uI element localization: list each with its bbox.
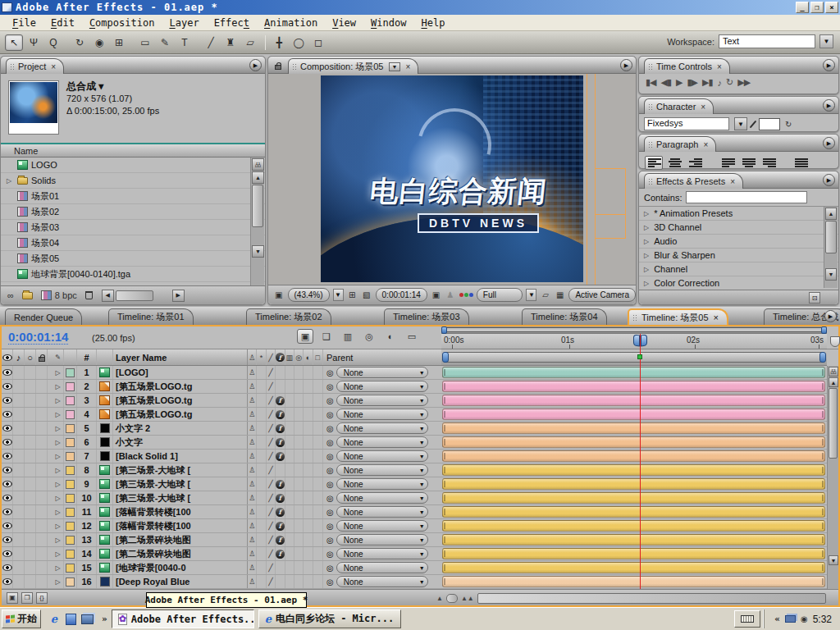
language-bar[interactable] — [734, 610, 760, 628]
layer-switches[interactable]: ♙╱ — [248, 380, 323, 393]
transparency-grid-icon[interactable]: ▦ — [555, 290, 566, 299]
effects-category[interactable]: ▷* Animation Presets — [639, 207, 838, 221]
pickwhip-icon[interactable]: ◎ — [326, 564, 334, 573]
layer-row[interactable]: ▷13[第二场景碎块地图♙╱f◎None▼ — [2, 533, 441, 547]
expand-triangle-icon[interactable]: ▷ — [52, 533, 64, 546]
layer-name[interactable]: [第五场景LOGO.tg — [113, 408, 248, 421]
pickwhip-icon[interactable]: ◎ — [326, 536, 334, 545]
parent-dropdown[interactable]: None▼ — [336, 534, 428, 546]
layer-track[interactable] — [441, 422, 827, 436]
shy-toggle[interactable]: ♙ — [248, 505, 257, 518]
expand-in-out-icon[interactable]: {} — [36, 592, 48, 604]
justify-last-left-button[interactable] — [719, 156, 737, 170]
audio-toggle[interactable] — [13, 463, 25, 477]
quality-toggle[interactable]: ╱ — [267, 505, 276, 518]
font-dropdown-icon[interactable]: ▼ — [734, 117, 747, 130]
solo-toggle[interactable] — [25, 533, 36, 546]
solo-toggle[interactable] — [25, 561, 36, 574]
frame-forward-button[interactable]: ▮▶ — [687, 77, 698, 88]
shy-toggle[interactable]: ♙ — [248, 519, 257, 532]
expand-triangle-icon[interactable]: ▷ — [52, 463, 64, 477]
shy-toggle[interactable]: ♙ — [248, 463, 257, 477]
video-toggle-icon[interactable] — [2, 366, 13, 379]
new-preset-icon[interactable]: ⊡ — [809, 292, 820, 304]
pickwhip-icon[interactable]: ◎ — [326, 550, 334, 559]
composition-tab[interactable]: Composition: 场景05 ▼ × — [288, 58, 418, 74]
justify-last-center-button[interactable] — [740, 156, 758, 170]
justify-last-right-button[interactable] — [761, 156, 779, 170]
solo-toggle[interactable] — [25, 422, 36, 435]
layer-track[interactable] — [441, 463, 827, 477]
align-right-button[interactable] — [687, 156, 705, 170]
layer-switches[interactable]: ♙╱f — [248, 436, 323, 449]
contains-input[interactable] — [686, 191, 807, 203]
solo-toggle[interactable] — [25, 366, 36, 379]
timeline-tab-6[interactable]: Timeline: 场景05× — [628, 308, 728, 325]
video-toggle-icon[interactable] — [2, 491, 13, 504]
video-toggle-icon[interactable] — [2, 408, 13, 421]
snapshot-icon[interactable]: ▣ — [431, 290, 442, 299]
project-bit-depth[interactable]: 8 bpc — [41, 290, 77, 300]
video-toggle-icon[interactable] — [2, 561, 13, 574]
quicklaunch-mail-icon[interactable] — [66, 614, 76, 625]
lock-toggle[interactable] — [36, 491, 48, 504]
close-icon[interactable]: × — [405, 62, 410, 71]
audio-toggle[interactable] — [13, 408, 25, 421]
shy-toggle[interactable]: ♙ — [248, 366, 257, 379]
audio-toggle[interactable] — [13, 477, 25, 491]
quality-toggle[interactable]: ╱ — [267, 394, 276, 407]
lock-toggle[interactable] — [36, 380, 48, 393]
shy-toggle[interactable]: ♙ — [248, 436, 257, 449]
parent-dropdown[interactable]: None▼ — [336, 367, 428, 378]
solo-toggle[interactable] — [25, 408, 36, 421]
expand-layer-switches-icon[interactable]: ▣ — [7, 592, 18, 604]
layer-name[interactable]: [第五场景LOGO.tg — [113, 394, 248, 407]
parent-dropdown[interactable]: None▼ — [336, 450, 428, 462]
layer-name[interactable]: [第五场景LOGO.tg — [113, 380, 248, 393]
clone-stamp-tool[interactable]: ♜ — [221, 34, 240, 51]
video-toggle-icon[interactable] — [2, 533, 13, 546]
ram-preview-button[interactable]: ▶▶ — [737, 77, 750, 88]
taskbar-task-2[interactable]: e电白同乡论坛 - Micr... — [258, 609, 401, 628]
layer-switches[interactable]: ♙╱f — [248, 533, 323, 546]
audio-button[interactable]: ♪ — [718, 78, 722, 88]
video-toggle-icon[interactable] — [2, 463, 13, 477]
project-item[interactable]: ▷Solids — [1, 173, 265, 189]
expand-triangle-icon[interactable]: ▷ — [52, 505, 64, 518]
quicklaunch-ie-icon[interactable]: e — [48, 613, 61, 626]
quality-toggle[interactable]: ╱ — [267, 491, 276, 504]
layer-duration-bar[interactable] — [442, 562, 825, 573]
scroll-down-icon[interactable]: ▼ — [252, 245, 264, 258]
layer-label-swatch[interactable] — [64, 491, 77, 504]
pickwhip-icon[interactable]: ◎ — [326, 494, 334, 503]
layer-track[interactable] — [441, 491, 827, 505]
project-hscrollbar[interactable]: ◀ ▶ — [101, 290, 185, 302]
layer-duration-bar[interactable] — [442, 381, 825, 392]
effects-scrollbar[interactable]: ▲ ▼ — [824, 207, 838, 288]
workspace-dropdown-icon[interactable]: ▼ — [819, 34, 833, 48]
layer-duration-bar[interactable] — [442, 548, 825, 559]
project-item[interactable]: 场景03 — [1, 220, 265, 235]
layer-switches[interactable]: ♙╱ — [248, 366, 323, 379]
layer-track[interactable] — [441, 366, 827, 380]
audio-toggle[interactable] — [13, 505, 25, 518]
layer-switches[interactable]: ♙╱ — [248, 463, 323, 477]
close-icon[interactable]: × — [701, 103, 705, 112]
composition-timecode[interactable]: 0:00:01:14 — [376, 288, 427, 302]
layer-duration-bar[interactable] — [442, 506, 825, 518]
number-column-header[interactable]: # — [77, 349, 97, 365]
solo-toggle[interactable] — [25, 436, 36, 449]
rotation-tool[interactable]: ↻ — [71, 34, 89, 51]
layer-track[interactable] — [441, 505, 827, 519]
scroll-left-icon[interactable]: ◀ — [102, 290, 114, 302]
solo-toggle[interactable] — [25, 547, 36, 560]
layer-switches[interactable]: ♙╱f — [248, 519, 323, 532]
expand-triangle-icon[interactable]: ▷ — [52, 380, 64, 393]
scroll-down-icon[interactable]: ▼ — [829, 555, 838, 565]
layer-row[interactable]: ▷5小文字 2♙╱f◎None▼ — [2, 422, 441, 436]
layer-row[interactable]: ▷10[第三场景-大地球 [♙╱f◎None▼ — [2, 491, 441, 505]
layer-name[interactable]: [第三场景-大地球 [ — [113, 477, 248, 491]
layer-switches[interactable]: ♙╱f — [248, 450, 323, 463]
layer-duration-bar[interactable] — [442, 450, 825, 462]
layer-name[interactable]: [第二场景碎块地图 — [113, 533, 248, 546]
